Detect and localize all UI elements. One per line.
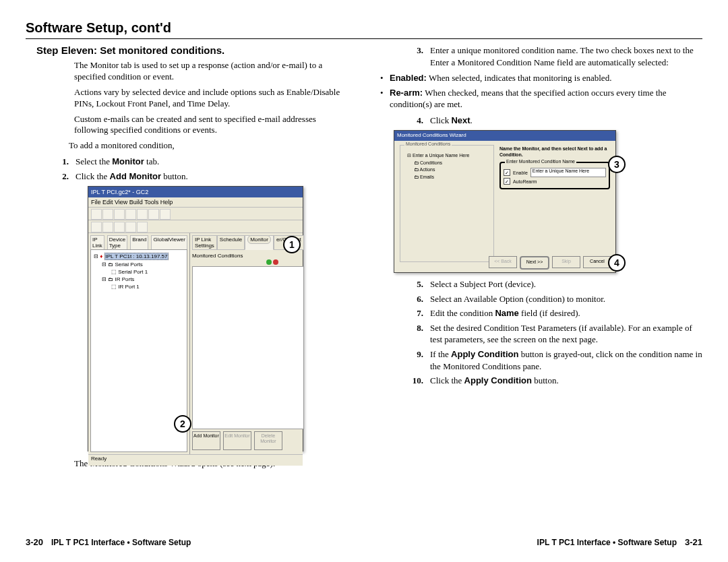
page-num-right: 3-21 — [685, 537, 702, 547]
wizard-buttons: << Back Next >> Skip Cancel — [489, 256, 611, 270]
next-button[interactable]: Next >> — [520, 256, 549, 270]
wizard-title: Monitored Conditions Wizard — [394, 131, 615, 141]
left-tabs: IP LinkDevice TypeBrandGlobalViewer — [88, 233, 189, 249]
mc-pane — [192, 266, 304, 429]
cancel-button[interactable]: Cancel — [583, 256, 611, 268]
list-item: 6.Select an Available Option (condition)… — [380, 293, 702, 305]
left-list: 1. Select the Monitor tab. 2. Click the … — [26, 156, 348, 182]
enable-checkbox[interactable]: ✓ — [504, 169, 510, 176]
list-item: 1. Select the Monitor tab. — [26, 156, 348, 168]
status-bar: Ready — [88, 454, 303, 466]
step-heading: Step Eleven: Set monitored conditions. — [26, 44, 348, 56]
list-item: 5.Select a Subject Port (device). — [380, 278, 702, 290]
callout-3: 3 — [608, 156, 626, 173]
intro-p4: To add a monitored condition, — [26, 140, 348, 152]
rearm-checkbox[interactable]: ✓ — [504, 178, 510, 185]
left-column: Step Eleven: Set monitored conditions. T… — [26, 44, 348, 474]
device-tree: ⊟ ♦ IPL T PC1t : 10.13.197.57 ⊟ 🗀 Serial… — [90, 249, 187, 452]
intro-p2: Actions vary by selected device and incl… — [26, 87, 348, 110]
right-list-bottom: 5.Select a Subject Port (device). 6.Sele… — [380, 278, 702, 386]
skip-button: Skip — [552, 256, 580, 268]
menu-bar: File Edit View Build Tools Help — [88, 197, 303, 208]
name-field-group: Enter Monitored Condition Name ✓ Enable … — [499, 162, 610, 189]
mc-buttons: Add Monitor Edit Monitor Delete Monitor — [192, 429, 304, 452]
footer-text-left: IPL T PC1 Interface • Software Setup — [51, 538, 191, 547]
page-title: Software Setup, cont'd — [26, 20, 702, 36]
intro-p1: The Monitor tab is used to set up a resp… — [26, 60, 348, 83]
list-item: 8.Set the desired Condition Test Paramet… — [380, 322, 702, 346]
bullet-list: •Enabled: When selected, indicates that … — [380, 72, 702, 111]
page: Software Setup, cont'd Step Eleven: Set … — [0, 0, 728, 562]
title-rule — [26, 38, 702, 39]
list-item: 2. Click the Add Monitor button. — [26, 170, 348, 183]
mc-label: Monitored Conditions — [192, 251, 304, 266]
intro-p3: Custom e-mails can be created and sent t… — [26, 114, 348, 137]
wizard-tree: ⊟ Enter a Unique Name Here 🗀 Conditions … — [403, 148, 491, 182]
list-item: 10.Click the Apply Condition button. — [380, 375, 702, 387]
toolbar-2 — [88, 220, 303, 233]
right-list-top: 3. Enter a unique monitored condition na… — [380, 44, 702, 68]
screenshot-1: IPL T PCI.gc2* - GC2 File Edit View Buil… — [26, 186, 348, 451]
list-item: 7.Edit the condition Name field (if desi… — [380, 307, 702, 319]
footer: 3-20 IPL T PC1 Interface • Software Setu… — [26, 537, 702, 547]
list-item: 9.If the Apply Condition button is graye… — [380, 348, 702, 372]
right-column: 3. Enter a unique monitored condition na… — [380, 44, 702, 474]
columns: Step Eleven: Set monitored conditions. T… — [26, 44, 702, 474]
wizard-instruction: Name the Monitor, and then select Next t… — [499, 146, 610, 158]
add-monitor-button[interactable]: Add Monitor — [192, 431, 220, 450]
name-input[interactable]: Enter a Unique Name Here — [530, 168, 606, 177]
screenshot-2: Monitored Conditions Wizard Monitored Co… — [380, 130, 710, 273]
right-list-4: 4. Click Next. — [380, 115, 702, 127]
toolbar — [88, 208, 303, 220]
window-title: IPL T PCI.gc2* - GC2 — [88, 187, 303, 197]
list-item: 4. Click Next. — [380, 115, 702, 127]
list-item: 3. Enter a unique monitored condition na… — [380, 44, 702, 68]
footer-text-right: IPL T PC1 Interface • Software Setup — [537, 538, 677, 547]
page-num-left: 3-20 — [26, 537, 43, 547]
callout-4: 4 — [608, 254, 626, 272]
back-button: << Back — [489, 256, 517, 268]
delete-monitor-button: Delete Monitor — [254, 431, 282, 450]
edit-monitor-button: Edit Monitor — [223, 431, 251, 450]
